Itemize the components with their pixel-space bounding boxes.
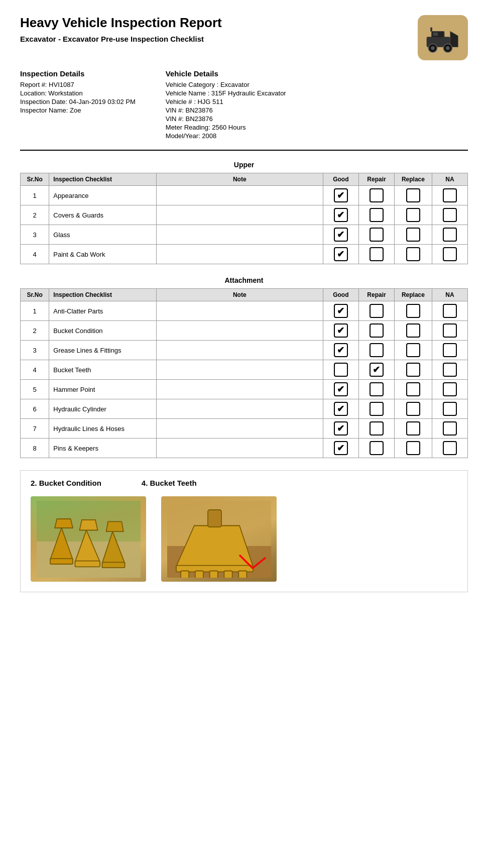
logo-box: [418, 15, 468, 60]
na-cell: [432, 245, 467, 264]
repair-cell: [358, 186, 394, 205]
na-cell: [432, 321, 467, 341]
upper-section-title: Upper: [20, 161, 468, 169]
na-cell: [432, 301, 467, 321]
attachment-table: Sr.No Inspection Checklist Note Good Rep…: [20, 288, 468, 458]
sr-no-cell: 6: [21, 399, 49, 419]
repair-cell: [358, 399, 394, 419]
sr-no-cell: 4: [21, 360, 49, 380]
page-header: Heavy Vehicle Inspection Report Excavato…: [20, 15, 468, 60]
na-cell: [432, 225, 467, 245]
meter-reading: Meter Reading: 2560 Hours: [166, 124, 286, 131]
note-cell: [156, 321, 323, 341]
report-title: Heavy Vehicle Inspection Report: [20, 15, 222, 31]
sr-no-cell: 5: [21, 380, 49, 399]
checklist-item-cell: Bucket Teeth: [49, 360, 156, 380]
checklist-item-cell: Hydraulic Cylinder: [49, 399, 156, 419]
repair-cell: [358, 380, 394, 399]
note-cell: [156, 360, 323, 380]
svg-rect-26: [195, 571, 203, 578]
na-cell: [432, 360, 467, 380]
note-cell: [156, 419, 323, 439]
replace-cell: [395, 380, 432, 399]
replace-cell: [395, 205, 432, 225]
replace-cell: [395, 360, 432, 380]
checklist-item-cell: Anti-Clatter Parts: [49, 301, 156, 321]
repair-cell: [358, 205, 394, 225]
table-row: 4Paint & Cab Work: [21, 245, 468, 264]
repair-cell: [358, 360, 394, 380]
na-cell: [432, 341, 467, 360]
svg-rect-13: [50, 559, 73, 564]
table-row: 7Hydraulic Lines & Hoses: [21, 419, 468, 439]
location: Location: Workstation: [20, 89, 136, 97]
checklist-item-cell: Bucket Condition: [49, 321, 156, 341]
col-srno: Sr.No: [21, 173, 49, 186]
col-na-att: NA: [432, 289, 467, 301]
replace-cell: [395, 321, 432, 341]
repair-cell: [358, 419, 394, 439]
inspection-details-col: Inspection Details Report #: HVI1087 Loc…: [20, 69, 136, 141]
col-good-att: Good: [323, 289, 358, 301]
good-cell: [323, 225, 358, 245]
note-cell: [156, 399, 323, 419]
checklist-item-cell: Grease Lines & Fittings: [49, 341, 156, 360]
photos-header: 2. Bucket Condition 4. Bucket Teeth: [31, 479, 457, 487]
upper-table: Sr.No Inspection Checklist Note Good Rep…: [20, 173, 468, 264]
replace-cell: [395, 439, 432, 458]
na-cell: [432, 186, 467, 205]
checklist-item-cell: Covers & Guards: [49, 205, 156, 225]
sr-no-cell: 3: [21, 225, 49, 245]
replace-cell: [395, 186, 432, 205]
col-repair-att: Repair: [358, 289, 394, 301]
inspector-name: Inspector Name: Zoe: [20, 106, 136, 114]
table-row: 6Hydraulic Cylinder: [21, 399, 468, 419]
model-year: Model/Year: 2008: [166, 132, 286, 140]
checklist-item-cell: Pins & Keepers: [49, 439, 156, 458]
repair-cell: [358, 341, 394, 360]
excavator-icon: [424, 22, 462, 54]
table-row: 8Pins & Keepers: [21, 439, 468, 458]
col-repair: Repair: [358, 173, 394, 186]
table-row: 3Glass: [21, 225, 468, 245]
svg-marker-17: [79, 519, 97, 530]
svg-marker-14: [55, 519, 73, 528]
report-subtitle: Excavator - Excavator Pre-use Inspection…: [20, 35, 222, 43]
red-arrow-mark: [237, 551, 268, 571]
replace-cell: [395, 341, 432, 360]
sr-no-cell: 2: [21, 205, 49, 225]
good-cell: [323, 439, 358, 458]
repair-cell: [358, 245, 394, 264]
photo-label-2: 4. Bucket Teeth: [142, 479, 197, 487]
replace-cell: [395, 225, 432, 245]
good-cell: [323, 321, 358, 341]
na-cell: [432, 439, 467, 458]
good-cell: [323, 245, 358, 264]
replace-cell: [395, 419, 432, 439]
table-row: 5Hammer Point: [21, 380, 468, 399]
vehicle-details-col: Vehicle Details Vehicle Category : Excav…: [166, 69, 286, 141]
photo-label-1: 2. Bucket Condition: [31, 479, 101, 487]
col-replace: Replace: [395, 173, 432, 186]
na-cell: [432, 380, 467, 399]
replace-cell: [395, 399, 432, 419]
svg-rect-9: [433, 32, 437, 36]
note-cell: [156, 380, 323, 399]
bucket-teeth-photo: [161, 496, 277, 582]
sr-no-cell: 1: [21, 186, 49, 205]
na-cell: [432, 205, 467, 225]
repair-cell: [358, 439, 394, 458]
col-good: Good: [323, 173, 358, 186]
na-cell: [432, 399, 467, 419]
table-row: 2Covers & Guards: [21, 205, 468, 225]
note-cell: [156, 186, 323, 205]
photos-section: 2. Bucket Condition 4. Bucket Teeth: [20, 470, 468, 592]
svg-rect-19: [102, 562, 125, 568]
table-row: 2Bucket Condition: [21, 321, 468, 341]
bucket-photo-1-svg: [37, 501, 141, 578]
svg-rect-8: [430, 27, 432, 31]
vehicle-name: Vehicle Name : 315F Hydraulic Excavator: [166, 89, 286, 97]
vin1: VIN #: BN23876: [166, 106, 286, 114]
svg-rect-29: [238, 571, 247, 578]
good-cell: [323, 205, 358, 225]
